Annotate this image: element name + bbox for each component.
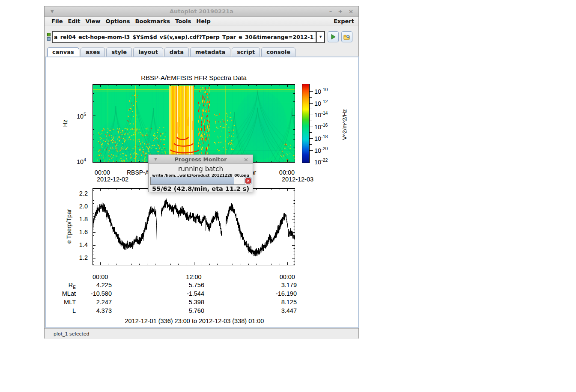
chevron-down-icon: ▼ bbox=[319, 35, 322, 39]
colorbar-tick bbox=[310, 144, 312, 145]
colorbar-tick-label: 10-20 bbox=[314, 146, 328, 154]
colorbar-tick bbox=[310, 121, 312, 121]
ephemeris-value: 8.125 bbox=[258, 299, 297, 306]
open-folder-icon bbox=[343, 34, 350, 40]
colorbar-tick-label: 10-10 bbox=[314, 87, 328, 95]
spectrogram-ytick-label: 105 bbox=[70, 112, 86, 120]
expert-label[interactable]: Expert bbox=[334, 18, 354, 24]
timeseries-ylabel: e Tperp/Tpar bbox=[66, 209, 72, 244]
timeseries-xtick-label: 00:00 bbox=[87, 273, 113, 280]
colorbar[interactable] bbox=[302, 84, 310, 163]
tab-metadata[interactable]: metadata bbox=[190, 48, 230, 56]
spectrogram-date-left: 2012-12-02 bbox=[89, 176, 136, 183]
stop-icon: × bbox=[245, 178, 251, 184]
progress-dialog-title: Progress Monitor bbox=[149, 156, 253, 163]
inspect-uri-button[interactable] bbox=[341, 31, 352, 42]
ephemeris-value: 3.179 bbox=[258, 282, 297, 288]
progress-bar-fill bbox=[151, 177, 234, 184]
progress-status-label: 55/62 (42.8/min, eta 11.2 s) bbox=[149, 185, 253, 192]
ephemeris-value: 5.756 bbox=[166, 282, 204, 288]
ephemeris-value: 4.373 bbox=[73, 307, 112, 314]
menu-bookmarks[interactable]: Bookmarks bbox=[133, 18, 173, 24]
menu-file[interactable]: File bbox=[49, 18, 66, 24]
timeseries-canvas[interactable] bbox=[93, 188, 295, 265]
colorbar-tick bbox=[310, 127, 313, 127]
colorbar-tick bbox=[310, 132, 312, 133]
menu-help[interactable]: Help bbox=[194, 18, 213, 24]
menu-view[interactable]: View bbox=[83, 18, 103, 24]
colorbar-tick-label: 10-12 bbox=[314, 99, 328, 107]
ephemeris-value: 5.398 bbox=[166, 299, 204, 306]
tab-console[interactable]: console bbox=[261, 48, 295, 56]
tab-data[interactable]: data bbox=[164, 48, 189, 56]
progress-bar bbox=[150, 177, 245, 185]
green-box-icon bbox=[47, 33, 51, 36]
spectrogram-title: RBSP-A/EMFISIS HFR Spectra Data bbox=[93, 74, 295, 81]
spectrogram-ylabel: Hz bbox=[62, 119, 69, 127]
uri-input[interactable] bbox=[52, 31, 316, 43]
tab-script[interactable]: script bbox=[232, 48, 260, 56]
timeseries-ytick-label: 2.0 bbox=[71, 203, 88, 210]
progress-task-label: running batch bbox=[149, 165, 253, 173]
ephemeris-row-label: MLat bbox=[50, 290, 76, 297]
maximize-button[interactable]: + bbox=[338, 8, 343, 15]
colorbar-tick bbox=[310, 91, 313, 92]
blue-box-icon bbox=[47, 37, 51, 41]
ephemeris-value: 4.225 bbox=[73, 282, 112, 288]
colorbar-tick bbox=[310, 138, 313, 139]
timeseries-ytick-label: 1.8 bbox=[71, 216, 88, 223]
timeseries-ytick-label: 1.4 bbox=[71, 241, 88, 248]
uri-dropdown-button[interactable]: ▼ bbox=[316, 31, 325, 43]
colorbar-tick-label: 10-16 bbox=[314, 122, 328, 131]
tab-bar: canvasaxesstylelayoutdatametadatascriptc… bbox=[45, 48, 358, 56]
spectrogram-canvas[interactable] bbox=[93, 84, 295, 163]
colorbar-tick-label: 10-18 bbox=[314, 134, 328, 142]
tab-axes[interactable]: axes bbox=[81, 48, 105, 56]
status-text: plot_1 selected bbox=[54, 331, 90, 337]
progress-dialog-titlebar[interactable]: ▼ Progress Monitor × bbox=[149, 155, 253, 164]
menu-edit[interactable]: Edit bbox=[66, 18, 83, 24]
colorbar-tick bbox=[310, 97, 312, 98]
status-bar: plot_1 selected bbox=[45, 328, 358, 339]
time-range-label: 2012-12-01 (336) 23:00 to 2012-12-03 (33… bbox=[93, 318, 296, 324]
colorbar-label: V^2/m^2/Hz bbox=[341, 109, 348, 140]
colorbar-tick-label: 10-14 bbox=[314, 110, 328, 119]
ephemeris-row-label: RE bbox=[50, 282, 76, 290]
ephemeris-value: 3.447 bbox=[258, 307, 297, 314]
timeseries-ytick-label: 1.2 bbox=[71, 254, 88, 261]
ephemeris-value: -16.190 bbox=[258, 290, 297, 297]
ephemeris-value: 5.760 bbox=[166, 307, 204, 314]
plot-go-button[interactable] bbox=[328, 31, 339, 42]
ephemeris-row-label: MLT bbox=[50, 299, 76, 306]
menu-tools[interactable]: Tools bbox=[173, 18, 194, 24]
colorbar-tick bbox=[310, 150, 313, 151]
dialog-close-icon[interactable]: × bbox=[244, 156, 248, 163]
timeseries-ytick-label: 1.6 bbox=[71, 229, 88, 235]
plot-canvas-panel: RBSP-A/EMFISIS HFR Spectra Data Hz 10510… bbox=[45, 56, 359, 328]
progress-monitor-dialog: ▼ Progress Monitor × running batch write… bbox=[148, 154, 253, 192]
stop-button[interactable]: × bbox=[245, 177, 252, 184]
tab-layout[interactable]: layout bbox=[133, 48, 163, 56]
timeseries-xtick-label: 12:00 bbox=[181, 273, 207, 280]
spectrogram-ytick-label: 104 bbox=[70, 157, 86, 165]
tab-style[interactable]: style bbox=[106, 48, 132, 56]
menu-bar: FileEditViewOptionsBookmarksToolsHelp Ex… bbox=[45, 17, 358, 26]
tab-canvas[interactable]: canvas bbox=[47, 48, 79, 56]
spectrogram-xtick-left: 00:00 bbox=[90, 169, 115, 176]
minimize-button[interactable]: – bbox=[329, 8, 332, 15]
colorbar-tick bbox=[310, 162, 313, 162]
close-button[interactable]: × bbox=[349, 8, 353, 15]
ephemeris-row: MLT2.2475.3988.125 bbox=[46, 299, 320, 306]
plot2-title-fragment-left: RBSP-A bbox=[127, 169, 149, 176]
play-icon bbox=[330, 34, 336, 40]
ephemeris-row: MLat-10.580-1.544-16.190 bbox=[46, 290, 320, 298]
colorbar-tick bbox=[310, 103, 313, 104]
menu-options[interactable]: Options bbox=[103, 18, 133, 24]
colorbar-tick bbox=[310, 115, 313, 115]
colorbar-tick bbox=[310, 109, 312, 109]
ephemeris-value: -1.544 bbox=[166, 290, 204, 297]
window-title: Autoplot 20190221a bbox=[45, 8, 358, 15]
window-titlebar[interactable]: ▼ Autoplot 20190221a – + × bbox=[45, 6, 358, 17]
ephemeris-value: -10.580 bbox=[73, 290, 112, 297]
ephemeris-row: L4.3735.7603.447 bbox=[46, 307, 320, 315]
